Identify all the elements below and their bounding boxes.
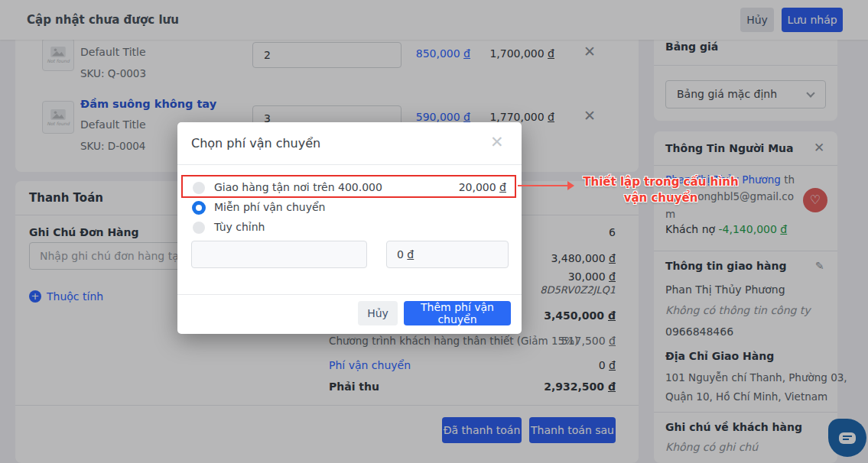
radio-custom-option[interactable]	[193, 222, 205, 234]
modal-close-icon[interactable]: ✕	[490, 133, 504, 151]
radio-free-shipping-option[interactable]	[192, 201, 206, 215]
add-shipping-fee-button[interactable]: Thêm phí vận chuyển	[404, 301, 511, 325]
shipping-fee-modal: Chọn phí vận chuyển ✕ Giao hàng tận nơi …	[177, 122, 522, 334]
annotation-highlight-box	[181, 175, 516, 198]
annotation-text-line2: vận chuyển	[572, 191, 749, 205]
divider	[177, 294, 522, 295]
annotation-arrow-line	[518, 185, 568, 186]
modal-title: Chọn phí vận chuyển	[191, 136, 320, 151]
custom-option-label: Tùy chỉnh	[214, 221, 265, 233]
free-shipping-label: Miễn phí vận chuyển	[214, 201, 325, 213]
custom-fee-name-input[interactable]	[191, 241, 367, 268]
modal-cancel-button[interactable]: Hủy	[358, 301, 398, 325]
divider	[177, 164, 522, 165]
annotation-text-line1: Thiết lập trong cấu hình	[572, 175, 749, 189]
custom-fee-amount-input[interactable]: 0 đ	[386, 241, 509, 268]
